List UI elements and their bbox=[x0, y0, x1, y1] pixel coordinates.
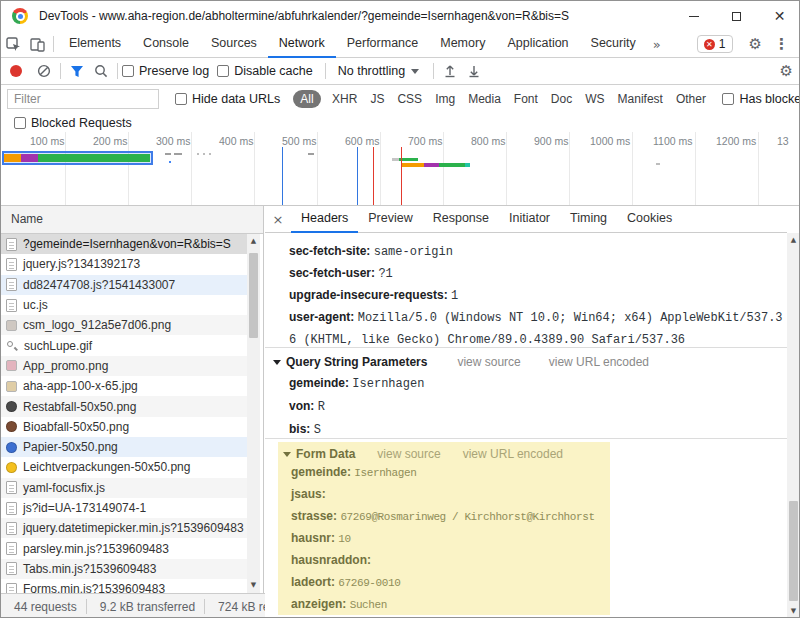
request-row[interactable]: Leichtverpackungen-50x50.png bbox=[1, 457, 247, 477]
hide-data-urls-checkbox[interactable] bbox=[175, 93, 187, 105]
request-row[interactable]: Bioabfall-50x50.png bbox=[1, 417, 247, 437]
file-line bbox=[9, 590, 14, 591]
minimize-button[interactable] bbox=[672, 1, 715, 31]
tab-console[interactable]: Console bbox=[132, 31, 200, 58]
request-row[interactable]: js?id=UA-173149074-1 bbox=[1, 498, 247, 518]
tab-network[interactable]: Network bbox=[268, 31, 336, 58]
devtools-tab-bar: ElementsConsoleSourcesNetworkPerformance… bbox=[1, 31, 800, 58]
search-icon[interactable] bbox=[89, 59, 113, 83]
timeline-tick-label: 500 ms bbox=[282, 135, 316, 147]
detail-tab-initiator[interactable]: Initiator bbox=[499, 206, 560, 233]
more-tabs-button[interactable]: » bbox=[647, 37, 667, 52]
disable-cache-checkbox[interactable] bbox=[217, 65, 229, 77]
request-row[interactable]: csm_logo_912a5e7d06.png bbox=[1, 315, 247, 335]
request-row[interactable]: yaml-focusfix.js bbox=[1, 478, 247, 498]
kebab-menu-icon[interactable]: ⋮ bbox=[774, 35, 789, 53]
pill-css[interactable]: CSS bbox=[397, 92, 422, 106]
scrollbar-thumb[interactable] bbox=[789, 501, 798, 601]
pill-other[interactable]: Other bbox=[676, 92, 706, 106]
request-row[interactable]: Restabfall-50x50.png bbox=[1, 396, 247, 416]
file-line bbox=[9, 306, 14, 307]
detail-tab-response[interactable]: Response bbox=[423, 206, 499, 233]
pill-all[interactable]: All bbox=[293, 90, 320, 108]
request-row[interactable]: Papier-50x50.png bbox=[1, 437, 247, 457]
request-row[interactable]: Tabs.min.js?1539609483 bbox=[1, 559, 247, 579]
waterfall-bar bbox=[465, 163, 470, 167]
tab-application[interactable]: Application bbox=[496, 31, 579, 58]
scroll-up-icon[interactable]: ▲ bbox=[787, 233, 800, 248]
detail-tab-headers[interactable]: Headers bbox=[291, 206, 358, 233]
filter-input[interactable] bbox=[7, 89, 159, 109]
maximize-button[interactable] bbox=[715, 1, 758, 31]
request-row[interactable]: jquery.js?1341392173 bbox=[1, 254, 247, 274]
view-source-link[interactable]: view source bbox=[377, 447, 440, 461]
pill-img[interactable]: Img bbox=[435, 92, 455, 106]
close-details-icon[interactable]: × bbox=[265, 212, 291, 227]
tab-security[interactable]: Security bbox=[580, 31, 647, 58]
waterfall-bar bbox=[197, 153, 199, 155]
query-string-title[interactable]: Query String Parameters bbox=[286, 355, 427, 369]
name-column-header[interactable]: Name bbox=[1, 206, 264, 234]
pill-ws[interactable]: WS bbox=[585, 92, 604, 106]
request-row[interactable]: ?gemeinde=Isernhagen&von=R&bis=S bbox=[1, 234, 247, 254]
request-row[interactable]: jquery.datetimepicker.min.js?1539609483 bbox=[1, 518, 247, 538]
chevron-down-icon[interactable] bbox=[273, 360, 281, 365]
import-har-icon[interactable] bbox=[438, 59, 462, 83]
detail-tab-preview[interactable]: Preview bbox=[358, 206, 422, 233]
param-key: hausnr: bbox=[291, 531, 338, 545]
record-button[interactable] bbox=[10, 65, 22, 77]
request-row[interactable]: aha-app-100-x-65.jpg bbox=[1, 376, 247, 396]
detail-tabs: HeadersPreviewResponseInitiatorTimingCoo… bbox=[291, 206, 682, 233]
scroll-down-icon[interactable]: ▼ bbox=[247, 578, 260, 593]
preserve-log-checkbox[interactable] bbox=[122, 65, 134, 77]
view-source-link[interactable]: view source bbox=[457, 355, 520, 369]
throttling-select[interactable]: No throttling bbox=[338, 64, 405, 78]
waterfall-bar bbox=[169, 161, 171, 163]
request-name: Restabfall-50x50.png bbox=[23, 400, 136, 414]
settings-gear-icon[interactable]: ⚙ bbox=[749, 35, 762, 53]
view-url-encoded-link[interactable]: view URL encoded bbox=[463, 447, 563, 461]
file-line bbox=[9, 262, 14, 263]
file-line bbox=[9, 529, 14, 530]
details-scrollbar[interactable]: ▲ ▼ bbox=[787, 233, 800, 618]
request-row[interactable]: uc.js bbox=[1, 295, 247, 315]
network-settings-gear-icon[interactable]: ⚙ bbox=[780, 62, 793, 80]
detail-tab-timing[interactable]: Timing bbox=[560, 206, 617, 233]
request-row[interactable]: parsley.min.js?1539609483 bbox=[1, 538, 247, 558]
request-row[interactable]: suchLupe.gif bbox=[1, 335, 247, 355]
network-overview-timeline[interactable]: 100 ms200 ms300 ms400 ms500 ms600 ms700 … bbox=[1, 132, 800, 206]
form-data-title[interactable]: Form Data bbox=[296, 447, 355, 461]
inspect-element-icon[interactable] bbox=[1, 32, 25, 56]
detail-tab-cookies[interactable]: Cookies bbox=[617, 206, 682, 233]
clear-icon[interactable] bbox=[32, 59, 56, 83]
scroll-up-icon[interactable]: ▲ bbox=[247, 234, 260, 249]
error-badge[interactable]: ✕ 1 bbox=[697, 35, 733, 53]
pill-manifest[interactable]: Manifest bbox=[618, 92, 663, 106]
close-button[interactable]: ✕ bbox=[758, 1, 800, 31]
blocked-requests-checkbox[interactable] bbox=[14, 117, 26, 129]
file-line bbox=[9, 485, 14, 486]
pill-js[interactable]: JS bbox=[370, 92, 384, 106]
device-toolbar-icon[interactable] bbox=[25, 32, 49, 56]
chevron-down-icon[interactable] bbox=[283, 452, 291, 457]
request-row[interactable]: App_promo.png bbox=[1, 356, 247, 376]
export-har-icon[interactable] bbox=[462, 59, 486, 83]
pill-doc[interactable]: Doc bbox=[551, 92, 572, 106]
request-row[interactable]: dd82474708.js?1541433007 bbox=[1, 275, 247, 295]
pill-font[interactable]: Font bbox=[514, 92, 538, 106]
tab-performance[interactable]: Performance bbox=[336, 31, 430, 58]
tab-memory[interactable]: Memory bbox=[429, 31, 496, 58]
filter-funnel-icon[interactable] bbox=[65, 59, 89, 83]
scrollbar-thumb[interactable] bbox=[249, 253, 258, 338]
pill-xhr[interactable]: XHR bbox=[332, 92, 357, 106]
view-url-encoded-link[interactable]: view URL encoded bbox=[549, 355, 649, 369]
tab-sources[interactable]: Sources bbox=[200, 31, 268, 58]
pill-media[interactable]: Media bbox=[468, 92, 501, 106]
script-icon bbox=[6, 583, 17, 593]
tab-elements[interactable]: Elements bbox=[58, 31, 132, 58]
query-param: gemeinde: Isernhagen bbox=[265, 372, 787, 395]
has-blocked-cookies-checkbox[interactable] bbox=[722, 93, 734, 105]
requests-scrollbar[interactable]: ▲ ▼ bbox=[247, 234, 260, 593]
scroll-down-icon[interactable]: ▼ bbox=[787, 604, 800, 618]
request-row[interactable]: Forms.min.js?1539609483 bbox=[1, 579, 247, 593]
